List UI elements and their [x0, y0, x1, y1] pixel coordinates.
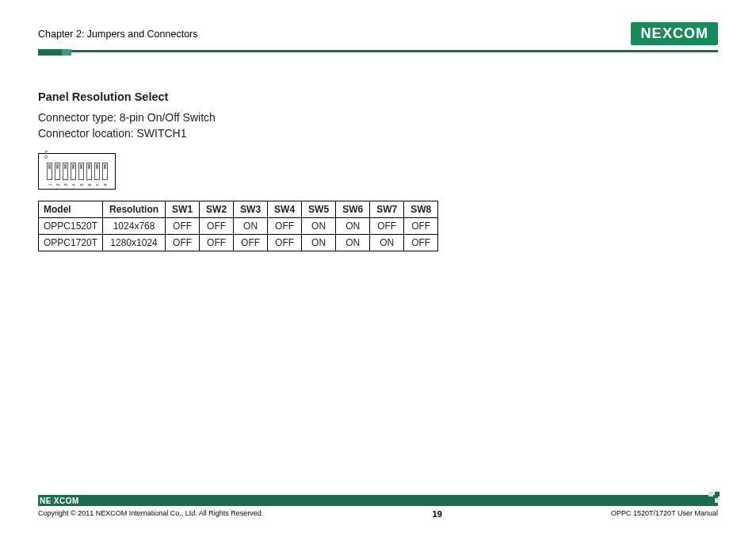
dip-num-6: 6: [86, 182, 91, 187]
footer-logo-part-2: COM: [59, 497, 79, 505]
cell-sw4: OFF: [268, 234, 302, 251]
chapter-title: Chapter 2: Jumpers and Connectors: [38, 29, 198, 40]
manual-name: OPPC 1520T/1720T User Manual: [611, 509, 718, 519]
dip-num-8: 8: [102, 182, 107, 187]
th-resolution: Resolution: [103, 201, 166, 217]
th-sw7: SW7: [370, 201, 404, 217]
logo-part-2: COM: [673, 25, 708, 42]
copyright-text: Copyright © 2011 NEXCOM International Co…: [38, 509, 263, 519]
cell-sw5: ON: [302, 217, 336, 234]
dip-switch-3: [63, 163, 68, 180]
cell-sw4: OFF: [268, 217, 302, 234]
cell-sw8: OFF: [404, 234, 438, 251]
dip-switch-7: [94, 163, 100, 180]
footer-square-icon: [708, 492, 720, 503]
cell-model: OPPC1520T: [39, 217, 103, 234]
cell-model: OPPC1720T: [39, 234, 103, 251]
th-sw4: SW4: [268, 201, 302, 217]
th-sw8: SW8: [404, 201, 438, 217]
th-model: Model: [39, 201, 103, 217]
page-number: 19: [433, 509, 442, 519]
dip-num-1: 1: [47, 182, 52, 187]
footer-bar: NE•XCOM: [38, 495, 718, 506]
dip-num-2: 2: [55, 182, 59, 187]
dip-switch-2: [55, 163, 60, 180]
cell-resolution: 1024x768: [103, 217, 166, 234]
resolution-switch-table: Model Resolution SW1 SW2 SW3 SW4 SW5 SW6…: [38, 201, 438, 251]
th-sw2: SW2: [200, 201, 234, 217]
footer-logo-dot-icon: •: [52, 497, 54, 503]
cell-sw1: OFF: [166, 234, 200, 251]
th-sw5: SW5: [302, 201, 336, 217]
dip-number-row: 1 2 3 4 5 6 7 8: [39, 182, 115, 187]
cell-sw2: OFF: [200, 234, 234, 251]
header-accent-block-light: [62, 49, 71, 56]
th-sw6: SW6: [336, 201, 370, 217]
logo-part-1: NE: [640, 25, 662, 42]
connector-location-line: Connector location: SWITCH1: [38, 125, 718, 141]
dip-on-label: ON: [44, 150, 48, 159]
cell-sw1: OFF: [166, 217, 200, 234]
section-title: Panel Resolution Select: [38, 90, 718, 103]
cell-sw6: ON: [336, 217, 370, 234]
th-sw1: SW1: [166, 201, 200, 217]
dip-switch-6: [86, 163, 92, 180]
dip-num-7: 7: [94, 182, 99, 187]
table-header-row: Model Resolution SW1 SW2 SW3 SW4 SW5 SW6…: [39, 201, 438, 217]
footer-logo: NE•XCOM: [40, 497, 79, 505]
dip-num-3: 3: [63, 182, 67, 187]
cell-sw3: ON: [234, 217, 268, 234]
table-row: OPPC1720T 1280x1024 OFF OFF OFF OFF ON O…: [39, 234, 438, 251]
cell-sw7: ON: [370, 234, 404, 251]
footer-logo-part-x: X: [54, 497, 59, 505]
brand-logo: NE•XCOM: [631, 22, 718, 45]
dip-switch-4: [71, 163, 76, 180]
cell-sw7: OFF: [370, 217, 404, 234]
dip-switch-diagram: ON 1 2 3 4 5 6 7 8: [38, 153, 116, 190]
header-divider: [38, 50, 718, 52]
dip-switch-8: [102, 163, 108, 180]
dip-switch-5: [78, 163, 84, 180]
dip-num-5: 5: [78, 182, 83, 187]
table-row: OPPC1520T 1024x768 OFF OFF ON OFF ON ON …: [39, 217, 438, 234]
cell-sw3: OFF: [234, 234, 268, 251]
connector-type-line: Connector type: 8-pin On/Off Switch: [38, 109, 718, 125]
dip-switch-1: [47, 163, 52, 180]
header-accent-block: [38, 49, 62, 56]
cell-sw5: ON: [302, 234, 336, 251]
dip-num-4: 4: [71, 182, 75, 187]
th-sw3: SW3: [234, 201, 268, 217]
cell-sw6: ON: [336, 234, 370, 251]
footer-logo-part-1: NE: [40, 497, 52, 505]
logo-dot-icon: •: [660, 26, 664, 35]
cell-sw8: OFF: [404, 217, 438, 234]
cell-sw2: OFF: [200, 217, 234, 234]
cell-resolution: 1280x1024: [103, 234, 166, 251]
